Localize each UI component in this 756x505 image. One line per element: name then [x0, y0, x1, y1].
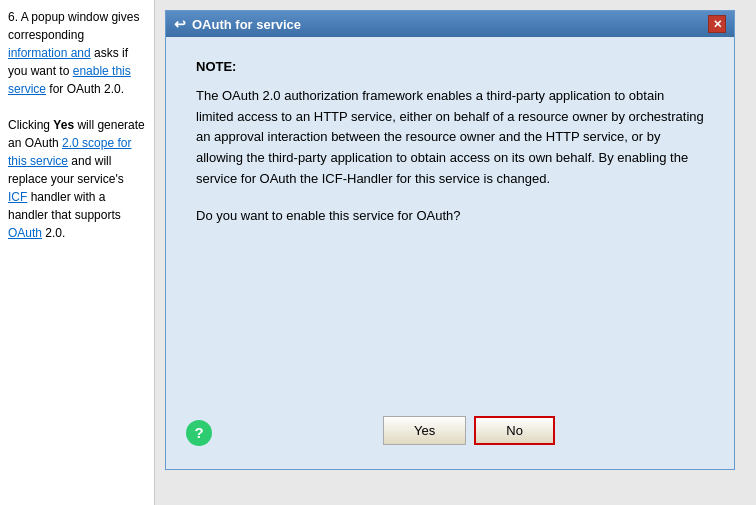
sidebar-link-enable[interactable]: enable this service — [8, 64, 131, 96]
sidebar-yes-label: Yes — [53, 118, 74, 132]
sidebar-link-information[interactable]: information and — [8, 46, 91, 60]
dialog-titlebar: ↩ OAuth for service ✕ — [166, 11, 734, 37]
dialog-body: NOTE: The OAuth 2.0 authorization framew… — [166, 37, 734, 406]
oauth-dialog: ↩ OAuth for service ✕ NOTE: The OAuth 2.… — [165, 10, 735, 470]
dialog-body-text: The OAuth 2.0 authorization framework en… — [196, 86, 704, 190]
dialog-title: OAuth for service — [192, 17, 301, 32]
note-label: NOTE: — [196, 57, 704, 78]
yes-button[interactable]: Yes — [383, 416, 466, 445]
step-number: 6. — [8, 10, 18, 24]
dialog-close-button[interactable]: ✕ — [708, 15, 726, 33]
no-button[interactable]: No — [474, 416, 555, 445]
dialog-footer: ? Yes No — [166, 406, 734, 469]
sidebar-link-oauth[interactable]: OAuth — [8, 226, 42, 240]
help-icon: ? — [186, 420, 212, 446]
titlebar-left: ↩ OAuth for service — [174, 16, 301, 32]
dialog-title-icon: ↩ — [174, 16, 186, 32]
sidebar: 6. A popup window gives corresponding in… — [0, 0, 155, 505]
sidebar-link-icf[interactable]: ICF — [8, 190, 27, 204]
dialog-question: Do you want to enable this service for O… — [196, 206, 704, 227]
main-area: ↩ OAuth for service ✕ NOTE: The OAuth 2.… — [155, 0, 756, 505]
dialog-buttons: Yes No — [224, 416, 714, 449]
sidebar-link-scope[interactable]: 2.0 scope for this service — [8, 136, 131, 168]
